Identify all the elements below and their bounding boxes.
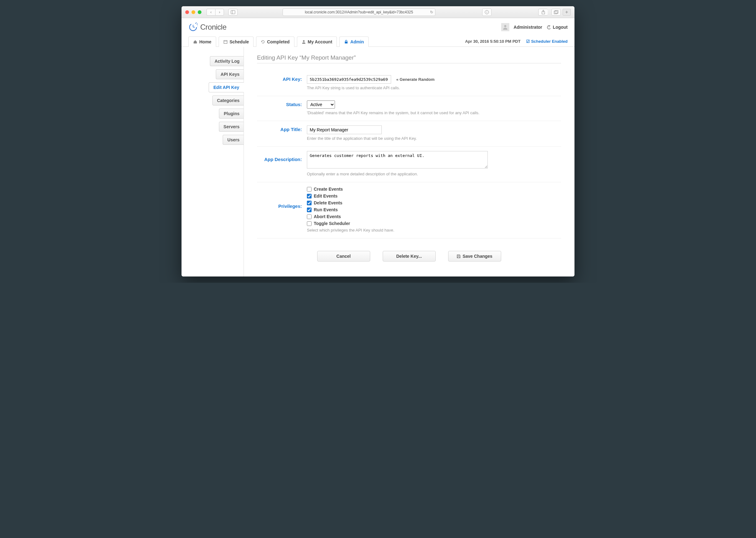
sidebar-item-plugins[interactable]: Plugins [219,109,244,119]
app-title-input[interactable] [307,126,382,134]
label-app-title: App Title: [257,126,307,141]
label-app-desc: App Description: [257,151,307,176]
sidebar-icon [231,10,235,14]
traffic-lights [185,10,202,14]
app-header: Cronicle Administrator Logout [181,18,575,36]
sidebar-toggle-button[interactable] [228,9,238,16]
svg-line-12 [197,24,198,25]
reader-button[interactable]: i [482,8,492,16]
checkbox-delete-events[interactable] [307,201,311,205]
sidebar-item-servers[interactable]: Servers [219,122,244,132]
checkbox-create-events[interactable] [307,187,311,191]
priv-abort-events[interactable]: Abort Events [307,214,561,219]
help-api-key: The API Key string is used to authentica… [307,85,561,90]
svg-rect-20 [345,41,348,43]
titlebar: ‹ › local.cronicle.com:3012/#Admin?sub=e… [181,6,575,18]
svg-line-11 [196,23,197,24]
logout-button[interactable]: Logout [547,25,568,29]
close-window-icon[interactable] [185,10,189,14]
priv-toggle-scheduler[interactable]: Toggle Scheduler [307,221,561,226]
priv-delete-events[interactable]: Delete Events [307,200,561,205]
sidebar-item-users[interactable]: Users [223,135,244,145]
top-tabs: Home Schedule Completed My Account Admin… [181,36,575,47]
logout-label: Logout [553,25,568,29]
main: Activity Log API Keys Edit API Key Categ… [181,47,575,277]
tab-my-account[interactable]: My Account [297,36,337,47]
sidebar-item-categories[interactable]: Categories [213,95,244,105]
checkbox-abort-events[interactable] [307,214,311,219]
home-icon [193,40,197,44]
svg-rect-22 [457,256,460,258]
forward-button[interactable]: › [215,9,224,16]
power-icon [547,25,551,29]
label-status: Status: [257,100,307,115]
history-icon [261,40,265,44]
status-select[interactable]: Active [307,100,335,109]
checkbox-run-events[interactable] [307,207,311,212]
generate-random-link[interactable]: « Generate Random [396,77,435,82]
row-app-desc: App Description: Generates customer repo… [257,147,561,182]
share-button[interactable] [538,9,548,16]
svg-rect-17 [224,40,227,44]
delete-key-button[interactable]: Delete Key... [383,251,436,261]
priv-run-events[interactable]: Run Events [307,207,561,212]
cancel-button[interactable]: Cancel [317,251,370,261]
svg-text:i: i [487,11,487,14]
app-name: Cronicle [200,23,226,31]
browser-window: ‹ › local.cronicle.com:3012/#Admin?sub=e… [181,6,575,277]
help-status: 'Disabled' means that the API Key remain… [307,110,561,115]
sidebar-item-edit-api-key[interactable]: Edit API Key [209,82,244,92]
timestamp: Apr 30, 2016 5:50:10 PM PDT [465,39,521,44]
sidebar-item-api-keys[interactable]: API Keys [216,69,244,79]
app: Cronicle Administrator Logout Home [181,18,575,277]
save-icon [456,254,461,258]
logo[interactable]: Cronicle [188,23,226,32]
label-api-key: API Key: [257,75,307,90]
tab-home[interactable]: Home [188,36,216,47]
row-api-key: API Key: « Generate Random The API Key s… [257,71,561,96]
svg-rect-7 [555,10,558,13]
button-row: Cancel Delete Key... Save Changes [257,239,561,269]
tab-schedule[interactable]: Schedule [219,36,254,47]
minimize-window-icon[interactable] [192,10,195,14]
row-privileges: Privileges: Create Events Edit Events De… [257,182,561,239]
page-title: Editing API Key “My Report Manager” [257,54,561,63]
sidebar-item-activity-log[interactable]: Activity Log [210,56,244,66]
svg-point-14 [504,25,506,27]
help-app-title: Enter the title of the application that … [307,136,561,141]
username: Administrator [514,25,543,29]
checkbox-toggle-scheduler[interactable] [307,221,311,226]
share-icon [542,10,545,14]
priv-edit-events[interactable]: Edit Events [307,193,561,198]
zoom-window-icon[interactable] [198,10,202,14]
tab-completed[interactable]: Completed [256,36,294,47]
new-tab-button[interactable]: + [563,9,571,16]
cronicle-logo-icon [188,23,198,32]
svg-line-13 [197,26,198,26]
tabs-button[interactable] [551,9,561,16]
url-bar[interactable]: local.cronicle.com:3012/#Admin?sub=edit_… [283,8,435,16]
svg-rect-6 [554,11,557,14]
help-privileges: Select which privileges the API Key shou… [307,228,561,233]
svg-rect-0 [231,10,235,14]
api-key-input[interactable] [307,75,391,83]
avatar-icon [502,24,508,30]
app-desc-textarea[interactable]: Generates customer reports with an exter… [307,151,488,169]
row-status: Status: Active 'Disabled' means that the… [257,96,561,121]
tab-admin[interactable]: Admin [339,36,369,47]
avatar[interactable] [501,23,509,31]
checkbox-edit-events[interactable] [307,194,311,198]
content: Editing API Key “My Report Manager” API … [244,47,574,277]
label-privileges: Privileges: [257,187,307,233]
row-app-title: App Title: Enter the title of the applic… [257,121,561,147]
admin-sidebar: Activity Log API Keys Edit API Key Categ… [181,47,244,277]
scheduler-toggle[interactable]: ☑ Scheduler Enabled [526,39,568,44]
reader-icon: i [485,10,489,14]
user-icon [302,40,306,44]
priv-create-events[interactable]: Create Events [307,187,561,191]
lock-icon [344,40,348,44]
tabs-icon [554,10,558,14]
reload-icon[interactable]: ↻ [430,10,433,14]
save-changes-button[interactable]: Save Changes [448,251,501,261]
back-button[interactable]: ‹ [207,9,215,16]
